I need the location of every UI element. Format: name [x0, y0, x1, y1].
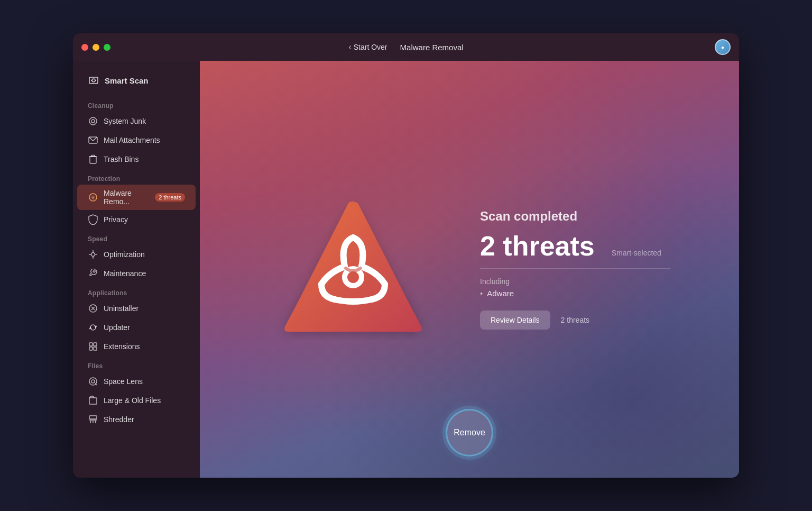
privacy-icon [88, 214, 98, 225]
extensions-label: Extensions [104, 342, 185, 351]
content-inner: Scan completed 2 threats Smart-selected … [200, 163, 739, 375]
svg-rect-27 [89, 416, 97, 419]
avatar-button[interactable]: ● [715, 39, 731, 55]
system-junk-icon [88, 116, 98, 126]
sidebar: Smart Scan Cleanup System Junk [73, 61, 200, 478]
svg-line-30 [95, 421, 96, 423]
svg-rect-20 [89, 343, 93, 346]
mail-attachments-label: Mail Attachments [104, 136, 185, 144]
remove-button-container: Remove [446, 409, 493, 457]
sidebar-section-cleanup: Cleanup [73, 96, 200, 112]
sidebar-item-updater[interactable]: Updater [77, 318, 196, 337]
minimize-button[interactable] [93, 44, 99, 51]
trash-icon [88, 154, 98, 165]
biohazard-icon [274, 190, 432, 349]
title-bar: ‹ Start Over Malware Removal ● [73, 33, 739, 61]
chevron-left-icon: ‹ [348, 42, 351, 52]
maintenance-label: Maintenance [104, 269, 185, 278]
title-bar-center: ‹ Start Over Malware Removal [348, 42, 463, 52]
space-lens-icon [88, 376, 98, 387]
extensions-icon [88, 341, 98, 352]
svg-rect-23 [94, 347, 97, 350]
svg-rect-22 [89, 347, 93, 350]
optimization-icon [88, 249, 98, 260]
maximize-button[interactable] [104, 44, 110, 51]
main-area: Smart Scan Cleanup System Junk [73, 61, 739, 478]
smart-scan-icon [88, 75, 99, 86]
content-area: Scan completed 2 threats Smart-selected … [200, 61, 739, 478]
shredder-label: Shredder [104, 415, 185, 424]
mail-icon [88, 135, 98, 145]
svg-point-4 [89, 117, 97, 125]
info-area: Scan completed 2 threats Smart-selected … [480, 209, 670, 330]
action-row: Review Details 2 threats [480, 311, 670, 330]
threats-detail-text: 2 threats [561, 316, 589, 324]
svg-rect-0 [89, 77, 98, 84]
sidebar-item-smart-scan[interactable]: Smart Scan [77, 69, 196, 92]
maintenance-icon [88, 268, 98, 279]
svg-point-18 [91, 253, 95, 257]
start-over-button[interactable]: ‹ Start Over [348, 42, 387, 52]
threat-item-adware: Adware [480, 289, 670, 298]
uninstaller-label: Uninstaller [104, 304, 185, 313]
review-details-button[interactable]: Review Details [480, 311, 550, 330]
updater-icon [88, 322, 98, 333]
sidebar-item-system-junk[interactable]: System Junk [77, 112, 196, 131]
threats-row: 2 threats Smart-selected [480, 232, 670, 269]
sidebar-section-files: Files [73, 356, 200, 372]
title-bar-right: ● [715, 39, 731, 55]
sidebar-section-speed: Speed [73, 229, 200, 245]
svg-text:☣: ☣ [90, 194, 96, 200]
threats-count: 2 threats [480, 232, 595, 260]
including-label: Including [480, 277, 670, 286]
sidebar-item-extensions[interactable]: Extensions [77, 337, 196, 356]
uninstaller-icon [88, 303, 98, 314]
sidebar-section-applications: Applications [73, 283, 200, 299]
svg-point-25 [91, 380, 95, 383]
avatar-icon: ● [721, 44, 724, 50]
updater-label: Updater [104, 323, 185, 332]
svg-line-28 [90, 421, 91, 423]
sidebar-item-uninstaller[interactable]: Uninstaller [77, 299, 196, 318]
sidebar-item-optimization[interactable]: Optimization [77, 245, 196, 264]
smart-scan-label: Smart Scan [105, 76, 149, 85]
window-controls [81, 44, 110, 51]
sidebar-item-malware-removal[interactable]: ☣ Malware Remo... 2 threats [77, 185, 196, 210]
shredder-icon [88, 414, 98, 425]
svg-point-5 [91, 120, 95, 123]
svg-rect-7 [90, 157, 96, 163]
optimization-label: Optimization [104, 250, 185, 259]
including-section: Including Adware [480, 277, 670, 298]
malware-badge: 2 threats [155, 193, 185, 202]
svg-rect-21 [94, 343, 97, 346]
remove-button[interactable]: Remove [446, 409, 493, 457]
sidebar-item-trash-bins[interactable]: Trash Bins [77, 150, 196, 169]
malware-icon: ☣ [88, 192, 98, 203]
close-button[interactable] [81, 44, 88, 51]
large-old-files-label: Large & Old Files [104, 396, 185, 405]
malware-removal-label: Malware Remo... [104, 189, 150, 206]
sidebar-item-space-lens[interactable]: Space Lens [77, 372, 196, 391]
sidebar-item-maintenance[interactable]: Maintenance [77, 264, 196, 283]
svg-point-1 [92, 79, 95, 82]
sidebar-section-protection: Protection [73, 169, 200, 185]
sidebar-item-large-old-files[interactable]: Large & Old Files [77, 391, 196, 410]
window-title: Malware Removal [400, 43, 464, 52]
sidebar-item-privacy[interactable]: Privacy [77, 210, 196, 229]
large-old-files-icon [88, 395, 98, 406]
app-window: ‹ Start Over Malware Removal ● [73, 33, 739, 478]
smart-selected-label: Smart-selected [612, 249, 661, 257]
sidebar-item-mail-attachments[interactable]: Mail Attachments [77, 131, 196, 150]
icon-area [269, 185, 438, 354]
space-lens-label: Space Lens [104, 377, 185, 386]
biohazard-container [269, 185, 438, 354]
privacy-label: Privacy [104, 215, 185, 224]
start-over-label: Start Over [354, 43, 387, 51]
system-junk-label: System Junk [104, 117, 185, 125]
sidebar-item-shredder[interactable]: Shredder [77, 410, 196, 429]
scan-completed-text: Scan completed [480, 209, 670, 224]
trash-bins-label: Trash Bins [104, 155, 185, 163]
